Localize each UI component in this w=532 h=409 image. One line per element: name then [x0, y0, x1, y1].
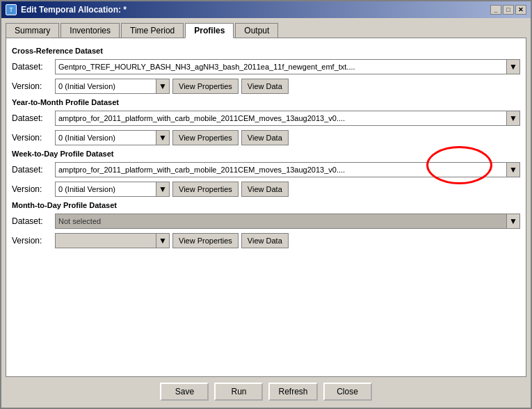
month-day-version-wrapper: ▼ [55, 233, 170, 248]
cross-ref-dataset-dropdown[interactable]: ▼ [506, 59, 520, 74]
month-day-version-row: Version: ▼ View Properties View Data [12, 233, 520, 248]
month-day-version-value[interactable] [55, 233, 156, 248]
restore-button[interactable]: □ [503, 5, 514, 15]
cross-ref-dataset-label: Dataset: [12, 62, 52, 72]
cross-ref-dataset-row: Dataset: Gentpro_TREF_HOURLY_BASH_NH3_ag… [12, 59, 520, 74]
week-day-dataset-dropdown[interactable]: ▼ [506, 162, 520, 177]
cross-ref-dataset-wrapper: Gentpro_TREF_HOURLY_BASH_NH3_agNH3_bash_… [55, 59, 520, 74]
month-day-section-label: Month-to-Day Profile Dataset [12, 201, 520, 209]
title-bar: T Edit Temporal Allocation: * _ □ ✕ [1, 1, 531, 18]
month-day-version-dropdown[interactable]: ▼ [156, 233, 170, 248]
window-title: Edit Temporal Allocation: * [21, 5, 127, 15]
month-day-view-data-button[interactable]: View Data [241, 233, 289, 248]
week-day-view-properties-button[interactable]: View Properties [172, 182, 239, 197]
year-month-dataset-value[interactable]: amptpro_for_2011_platform_with_carb_mobi… [55, 111, 506, 126]
year-month-section-label: Year-to-Month Profile Dataset [12, 98, 520, 106]
week-day-section-label: Week-to-Day Profile Dataset [12, 150, 520, 158]
save-button[interactable]: Save [160, 383, 209, 401]
minimize-button[interactable]: _ [490, 5, 501, 15]
tab-profiles[interactable]: Profiles [185, 23, 234, 38]
year-month-version-wrapper: 0 (Initial Version) ▼ [55, 130, 170, 145]
week-day-version-label: Version: [12, 184, 52, 194]
year-month-dataset-dropdown[interactable]: ▼ [506, 111, 520, 126]
close-window-button[interactable]: ✕ [515, 5, 526, 15]
main-window: T Edit Temporal Allocation: * _ □ ✕ Summ… [0, 0, 532, 409]
tab-time-period[interactable]: Time Period [121, 23, 184, 38]
cross-ref-version-value[interactable]: 0 (Initial Version) [55, 79, 156, 94]
tab-inventories[interactable]: Inventories [61, 23, 120, 38]
month-day-version-label: Version: [12, 236, 52, 246]
week-day-version-row: Version: 0 (Initial Version) ▼ View Prop… [12, 182, 520, 197]
month-day-dataset-wrapper: Not selected ▼ [55, 214, 520, 229]
week-day-version-value[interactable]: 0 (Initial Version) [55, 182, 156, 197]
cross-ref-version-row: Version: 0 (Initial Version) ▼ View Prop… [12, 79, 520, 94]
year-month-dataset-label: Dataset: [12, 113, 52, 123]
content-area: Summary Inventories Time Period Profiles… [1, 18, 531, 408]
cross-ref-section-label: Cross-Reference Dataset [12, 47, 520, 55]
week-day-dataset-value[interactable]: amptpro_for_2011_platform_with_carb_mobi… [55, 162, 506, 177]
month-day-view-properties-button[interactable]: View Properties [172, 233, 239, 248]
close-button[interactable]: Close [323, 383, 372, 401]
cross-ref-dataset-value[interactable]: Gentpro_TREF_HOURLY_BASH_NH3_agNH3_bash_… [55, 59, 506, 74]
week-day-dataset-row: Dataset: amptpro_for_2011_platform_with_… [12, 162, 520, 177]
tab-output[interactable]: Output [235, 23, 278, 38]
year-month-version-value[interactable]: 0 (Initial Version) [55, 130, 156, 145]
week-day-dataset-label: Dataset: [12, 165, 52, 175]
cross-ref-version-label: Version: [12, 81, 52, 91]
main-panel: Cross-Reference Dataset Dataset: Gentpro… [6, 38, 526, 377]
week-day-version-dropdown[interactable]: ▼ [156, 182, 170, 197]
refresh-button[interactable]: Refresh [268, 383, 317, 401]
cross-ref-view-properties-button[interactable]: View Properties [172, 79, 239, 94]
month-day-dataset-dropdown[interactable]: ▼ [506, 214, 520, 229]
app-icon: T [6, 4, 17, 15]
tab-bar: Summary Inventories Time Period Profiles… [6, 22, 526, 38]
month-day-dataset-label: Dataset: [12, 216, 52, 226]
year-month-view-data-button[interactable]: View Data [241, 130, 289, 145]
cross-ref-version-wrapper: 0 (Initial Version) ▼ [55, 79, 170, 94]
month-day-dataset-row: Dataset: Not selected ▼ [12, 214, 520, 229]
title-buttons: _ □ ✕ [490, 5, 526, 15]
tab-summary[interactable]: Summary [6, 23, 59, 38]
year-month-dataset-wrapper: amptpro_for_2011_platform_with_carb_mobi… [55, 111, 520, 126]
cross-ref-version-dropdown[interactable]: ▼ [156, 79, 170, 94]
year-month-view-properties-button[interactable]: View Properties [172, 130, 239, 145]
year-month-version-label: Version: [12, 133, 52, 143]
week-day-version-wrapper: 0 (Initial Version) ▼ [55, 182, 170, 197]
week-day-view-data-button[interactable]: View Data [241, 182, 289, 197]
cross-ref-view-data-button[interactable]: View Data [241, 79, 289, 94]
bottom-bar: Save Run Refresh Close [6, 377, 526, 403]
week-day-dataset-wrapper: amptpro_for_2011_platform_with_carb_mobi… [55, 162, 520, 177]
year-month-version-row: Version: 0 (Initial Version) ▼ View Prop… [12, 130, 520, 145]
year-month-version-dropdown[interactable]: ▼ [156, 130, 170, 145]
year-month-dataset-row: Dataset: amptpro_for_2011_platform_with_… [12, 111, 520, 126]
month-day-dataset-value[interactable]: Not selected [55, 214, 506, 229]
run-button[interactable]: Run [214, 383, 263, 401]
